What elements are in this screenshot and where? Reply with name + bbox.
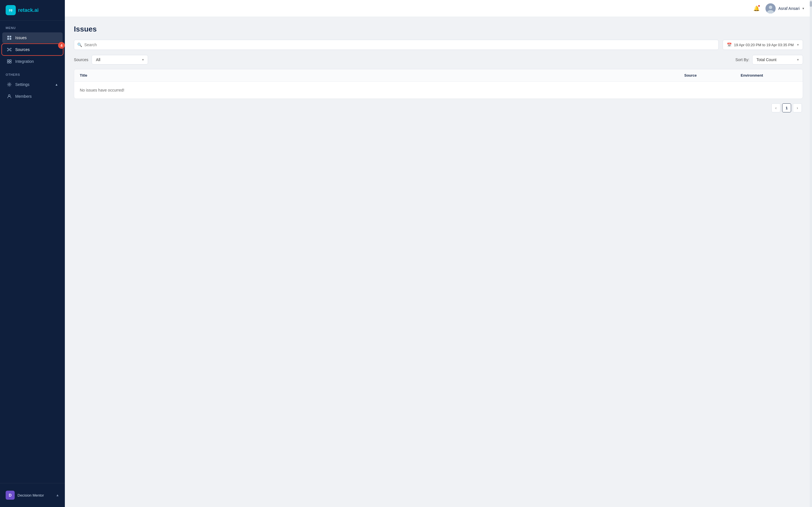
search-icon: 🔍	[77, 43, 82, 47]
issues-table: Title Source Environment No issues have …	[74, 69, 803, 99]
sort-by-select[interactable]: Total Count ▾	[752, 55, 803, 64]
sidebar-item-label: Issues	[15, 36, 27, 40]
page-1-button[interactable]: 1	[782, 103, 791, 112]
logo-text: retack.ai	[18, 7, 39, 13]
sort-by-label: Sort By:	[735, 57, 749, 62]
date-range-text: 19 Apr 03:20 PM to 19 Apr 03:35 PM	[734, 43, 794, 47]
sort-by-value: Total Count	[756, 57, 776, 62]
notification-bell[interactable]: 🔔	[752, 4, 761, 13]
pagination: ‹ 1 ›	[74, 99, 803, 114]
svg-point-4	[9, 49, 10, 50]
workspace-section: D Decision Mentor ▲	[0, 483, 65, 507]
calendar-icon: 📅	[727, 43, 732, 47]
search-input[interactable]	[74, 40, 719, 50]
avatar	[765, 3, 776, 13]
svg-rect-3	[10, 38, 11, 40]
sidebar-item-label: Members	[15, 94, 32, 99]
user-menu[interactable]: Asraf Ansari ▾	[765, 3, 804, 13]
svg-line-9	[8, 49, 9, 49]
svg-rect-14	[10, 60, 11, 61]
svg-rect-2	[7, 38, 9, 40]
integration-icon	[7, 59, 12, 64]
topbar: 🔔 Asraf Ansari ▾	[65, 0, 812, 17]
svg-rect-13	[7, 60, 9, 61]
sidebar-item-members[interactable]: Members	[2, 91, 63, 102]
table-header: Title Source Environment	[74, 69, 803, 82]
main-content: 🔔 Asraf Ansari ▾ Issues 🔍	[65, 0, 812, 507]
sources-label: Sources	[74, 57, 88, 62]
svg-rect-0	[7, 36, 9, 38]
svg-line-12	[10, 50, 11, 51]
col-header-title: Title	[80, 73, 684, 77]
sidebar-item-label: Settings	[15, 82, 30, 87]
settings-icon	[7, 82, 12, 87]
workspace-avatar: D	[6, 491, 15, 500]
sources-filter: Sources All ▾	[74, 55, 148, 64]
workspace-item[interactable]: D Decision Mentor ▲	[2, 488, 63, 503]
next-page-button[interactable]: ›	[793, 103, 802, 112]
svg-rect-16	[10, 62, 11, 63]
sources-badge: 4	[58, 42, 65, 49]
workspace-chevron-icon: ▲	[56, 493, 59, 497]
col-header-source: Source	[684, 73, 741, 77]
sidebar-item-settings[interactable]: Settings ▲	[2, 79, 63, 90]
scrollbar[interactable]	[810, 0, 812, 507]
scrollbar-thumb	[810, 1, 812, 7]
menu-section-label: MENU	[0, 20, 65, 32]
sort-row: Sort By: Total Count ▾	[735, 55, 803, 64]
empty-message: No issues have occurred!	[74, 82, 803, 99]
svg-point-20	[769, 6, 772, 9]
members-icon	[7, 94, 12, 99]
others-section-label: OTHERS	[0, 67, 65, 78]
user-name: Asraf Ansari	[778, 6, 800, 11]
second-filters-row: Sources All ▾ Sort By: Total Count ▾	[74, 55, 803, 64]
sort-chevron-icon: ▾	[797, 58, 799, 62]
page-title: Issues	[74, 25, 803, 34]
notification-badge	[758, 4, 760, 7]
sidebar-item-integration[interactable]: Integration	[2, 56, 63, 67]
filters-row: 🔍 📅 19 Apr 03:20 PM to 19 Apr 03:35 PM ▾	[74, 40, 803, 50]
workspace-name: Decision Mentor	[17, 493, 44, 497]
svg-point-18	[8, 95, 10, 96]
sidebar-item-label: Integration	[15, 59, 34, 64]
svg-rect-1	[10, 36, 11, 38]
settings-chevron-icon: ▲	[55, 83, 58, 86]
sidebar-item-label: Sources	[15, 47, 30, 52]
svg-rect-15	[7, 62, 9, 63]
date-chevron-icon: ▾	[797, 43, 799, 47]
col-header-environment: Environment	[741, 73, 797, 77]
sidebar: re retack.ai MENU Issues	[0, 0, 65, 507]
sources-icon	[7, 47, 12, 52]
search-wrapper: 🔍	[74, 40, 719, 50]
svg-line-10	[10, 49, 11, 49]
svg-line-11	[8, 50, 9, 51]
prev-page-button[interactable]: ‹	[771, 103, 780, 112]
sources-value: All	[96, 57, 100, 62]
sources-select[interactable]: All ▾	[92, 55, 148, 64]
logo-icon: re	[6, 5, 16, 15]
svg-point-17	[9, 84, 10, 86]
grid-icon	[7, 35, 12, 40]
sidebar-item-issues[interactable]: Issues	[2, 33, 63, 43]
date-range-filter[interactable]: 📅 19 Apr 03:20 PM to 19 Apr 03:35 PM ▾	[723, 40, 803, 50]
sources-chevron-icon: ▾	[142, 58, 144, 62]
sidebar-item-sources[interactable]: Sources 4	[2, 44, 63, 55]
logo-area: re retack.ai	[0, 0, 65, 20]
table-body: No issues have occurred!	[74, 82, 803, 99]
user-chevron-icon: ▾	[802, 6, 804, 10]
content-area: Issues 🔍 📅 19 Apr 03:20 PM to 19 Apr 03:…	[65, 17, 812, 507]
